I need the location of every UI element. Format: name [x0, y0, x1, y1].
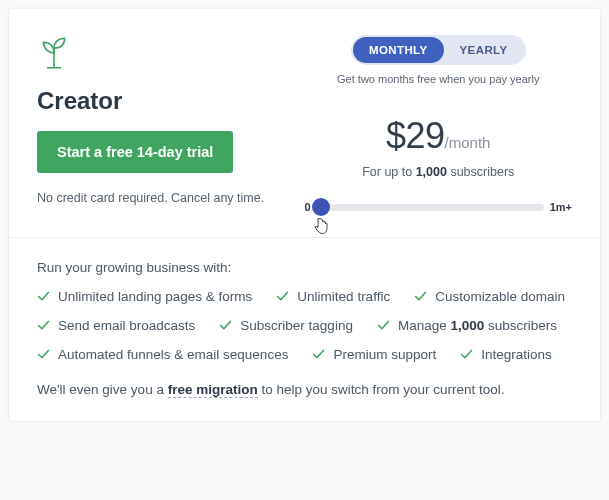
feature-label: Integrations — [481, 347, 552, 362]
price: $29/month — [305, 115, 573, 157]
feature-item: Premium support — [312, 347, 436, 362]
feature-label: Manage 1,000 subscribers — [398, 318, 557, 333]
price-for: For up to 1,000 subscribers — [305, 165, 573, 179]
start-trial-button[interactable]: Start a free 14-day trial — [37, 131, 233, 173]
migration-note: We'll even give you a free migration to … — [37, 382, 572, 397]
subscriber-slider[interactable]: 0 1m+ — [305, 201, 573, 213]
trial-disclaimer: No credit card required. Cancel any time… — [37, 191, 305, 205]
feature-item: Manage 1,000 subscribers — [377, 318, 557, 333]
feature-item: Subscriber tagging — [219, 318, 353, 333]
features-heading: Run your growing business with: — [37, 260, 572, 275]
feature-label: Automated funnels & email sequences — [58, 347, 288, 362]
feature-item: Customizable domain — [414, 289, 565, 304]
migration-prefix: We'll even give you a — [37, 382, 168, 397]
plan-name: Creator — [37, 87, 305, 115]
price-period: /month — [445, 134, 491, 151]
pricing-card: Creator Start a free 14-day trial No cre… — [8, 8, 601, 422]
feature-item: Send email broadcasts — [37, 318, 195, 333]
free-migration-link[interactable]: free migration — [168, 382, 258, 398]
migration-suffix: to help you switch from your current too… — [258, 382, 505, 397]
features-list: Unlimited landing pages & forms Unlimite… — [37, 289, 572, 362]
price-for-suffix: subscribers — [447, 165, 514, 179]
price-for-prefix: For up to — [362, 165, 416, 179]
feature-label: Customizable domain — [435, 289, 565, 304]
feature-label: Premium support — [333, 347, 436, 362]
price-amount: $29 — [386, 115, 445, 156]
pricing-top: Creator Start a free 14-day trial No cre… — [9, 9, 600, 238]
cursor-icon — [313, 217, 329, 239]
slider-thumb[interactable] — [312, 198, 330, 216]
feature-item: Unlimited traffic — [276, 289, 390, 304]
feature-item: Integrations — [460, 347, 552, 362]
slider-min-label: 0 — [305, 201, 311, 213]
feature-label: Unlimited traffic — [297, 289, 390, 304]
feature-item: Automated funnels & email sequences — [37, 347, 288, 362]
billing-monthly[interactable]: MONTHLY — [353, 37, 444, 63]
billing-yearly[interactable]: YEARLY — [444, 37, 524, 63]
yearly-note: Get two months free when you pay yearly — [305, 73, 573, 85]
pricing-controls: MONTHLY YEARLY Get two months free when … — [305, 35, 573, 213]
feature-label: Send email broadcasts — [58, 318, 195, 333]
feature-label: Unlimited landing pages & forms — [58, 289, 252, 304]
plan-info: Creator Start a free 14-day trial No cre… — [37, 35, 305, 213]
billing-toggle: MONTHLY YEARLY — [351, 35, 526, 65]
slider-max-label: 1m+ — [550, 201, 572, 213]
features-section: Run your growing business with: Unlimite… — [9, 238, 600, 421]
feature-item: Unlimited landing pages & forms — [37, 289, 252, 304]
plant-icon — [37, 35, 305, 75]
price-for-count: 1,000 — [416, 165, 447, 179]
slider-track[interactable] — [317, 204, 544, 211]
feature-label: Subscriber tagging — [240, 318, 353, 333]
